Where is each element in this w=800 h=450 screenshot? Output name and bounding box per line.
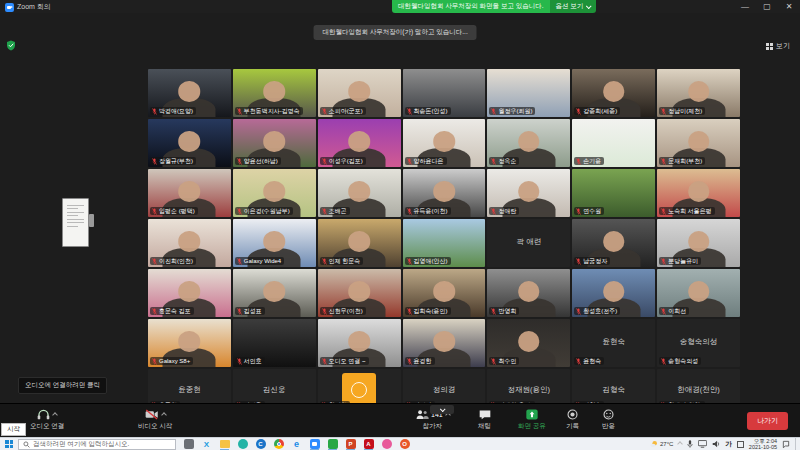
participant-tile[interactable]: 김영애(안산) (403, 219, 486, 267)
share-screen-button[interactable]: 화면 공유 (518, 409, 546, 431)
participant-name-centered: 김형숙 (572, 385, 655, 395)
reactions-button[interactable]: 반응 (602, 409, 615, 431)
participant-tile[interactable]: 반영희 (487, 269, 570, 317)
ime-options-icon[interactable] (737, 441, 744, 448)
participant-tile[interactable]: 김희숙(용인) (403, 269, 486, 317)
acrobat-icon[interactable]: A (362, 438, 375, 450)
window-title: Zoom 회의 (17, 2, 51, 12)
participant-name-centered: 김신웅 (233, 385, 316, 395)
participant-tile[interactable]: 남궁정자 (572, 219, 655, 267)
task-view-icon[interactable] (182, 438, 195, 450)
mic-muted-icon (576, 258, 581, 265)
participant-name-label: Galaxy Wide4 (235, 257, 284, 265)
green-app-icon[interactable] (326, 438, 339, 450)
participant-tile[interactable]: 조배곤 (318, 169, 401, 217)
kakao-icon[interactable] (236, 438, 249, 450)
participant-tile[interactable]: 소피아(군포) (318, 69, 401, 117)
view-button[interactable]: 보기 (766, 41, 790, 51)
participant-tile[interactable]: Galaxy S8+ (148, 319, 231, 367)
participant-name-label: 조배곤 (320, 207, 350, 215)
participant-tile[interactable]: 유득용(이천) (403, 169, 486, 217)
maximize-button[interactable]: ▢ (756, 0, 778, 13)
edge-icon[interactable]: C (254, 438, 267, 450)
participant-tile[interactable]: 임평순 (평택) (148, 169, 231, 217)
preview-drag-handle[interactable] (89, 214, 94, 227)
participant-tile[interactable]: 오디오 연결 ~ (318, 319, 401, 367)
tray-mic-icon[interactable] (687, 440, 693, 448)
zoom-icon[interactable] (308, 438, 321, 450)
participant-tile[interactable]: 곽 애련 (487, 219, 570, 267)
participant-face (348, 231, 370, 251)
participant-tile[interactable]: 장월규(부천) (148, 119, 231, 167)
participant-tile[interactable]: 분당늘유미 (657, 219, 740, 267)
participant-tile[interactable]: 윤경한 (403, 319, 486, 367)
participant-tile[interactable]: 김성표 (233, 269, 316, 317)
participant-tile[interactable]: 손기용 (572, 119, 655, 167)
participant-face (264, 231, 286, 251)
participant-tile[interactable]: 송형숙의성송형숙의성 (657, 319, 740, 367)
view-options-button[interactable]: 옵션 보기 (550, 0, 597, 13)
participant-tile[interactable]: 노숙희 서울은평 (657, 169, 740, 217)
chat-button[interactable]: 채팅 (478, 409, 491, 431)
participant-tile[interactable]: 윤현숙윤현숙 (572, 319, 655, 367)
participant-tile[interactable]: 박경애(요양) (148, 69, 231, 117)
participant-tile[interactable]: 이은경(수원남부) (233, 169, 316, 217)
taskbar-search-input[interactable]: 검색하려면 여기에 입력하십시오. (18, 439, 176, 450)
start-button[interactable] (0, 438, 18, 450)
participant-face (179, 281, 201, 301)
hidden-icons-chevron[interactable] (678, 441, 684, 447)
participant-tile[interactable]: 이희선 (657, 269, 740, 317)
participant-tile[interactable]: 정애란 (487, 169, 570, 217)
participant-tile[interactable]: 정남미(제천) (657, 69, 740, 117)
participant-tile[interactable]: 신현무(이천) (318, 269, 401, 317)
participant-tile[interactable]: 인제 한문숙 (318, 219, 401, 267)
participant-tile[interactable]: 양하윤다은 (403, 119, 486, 167)
weather-widget[interactable]: 27°C (650, 440, 673, 448)
participant-face (433, 281, 455, 301)
participant-tile[interactable]: 월정우(회원) (487, 69, 570, 117)
chrome-icon[interactable] (272, 438, 285, 450)
audio-options-caret[interactable] (52, 412, 58, 418)
grid-collapse-button[interactable] (430, 405, 454, 414)
participant-name-label: Galaxy S8+ (150, 357, 193, 365)
window-controls: — ▢ ✕ (734, 0, 800, 13)
tray-volume-icon[interactable] (712, 440, 720, 448)
participant-name-label: 김성표 (235, 307, 265, 315)
tray-display-icon[interactable] (698, 440, 707, 448)
leave-button[interactable]: 나가기 (747, 412, 788, 430)
powerpoint-icon[interactable]: P (344, 438, 357, 450)
participants-label: 참가자 (423, 422, 443, 431)
participant-tile[interactable]: 서인호 (233, 319, 316, 367)
video-options-caret[interactable] (161, 412, 167, 418)
record-button[interactable]: 기록 (566, 409, 579, 431)
opera-icon[interactable]: O (398, 438, 411, 450)
ie-icon[interactable]: e (290, 438, 303, 450)
participant-tile[interactable]: 정옥순 (487, 119, 570, 167)
participant-tile[interactable]: 부천동백지사-김명숙 (233, 69, 316, 117)
close-button[interactable]: ✕ (778, 0, 800, 13)
vscode-icon[interactable]: X (200, 438, 213, 450)
participant-tile[interactable]: 양윤선(하남) (233, 119, 316, 167)
start-video-button[interactable]: 비디오 시작 (138, 409, 172, 431)
floating-preview-window[interactable] (62, 198, 89, 247)
show-desktop-button[interactable] (795, 438, 798, 450)
participant-face (179, 181, 201, 201)
participant-tile[interactable]: 황성호(전주) (572, 269, 655, 317)
participant-tile[interactable]: 최수인 (487, 319, 570, 367)
participant-tile[interactable]: 홍문숙 김포 (148, 269, 231, 317)
security-shield-icon[interactable] (6, 40, 16, 51)
participant-tile[interactable]: 문재희(부천) (657, 119, 740, 167)
participant-tile[interactable]: Galaxy Wide4 (233, 219, 316, 267)
notification-center-icon[interactable] (782, 440, 790, 448)
participant-tile[interactable]: 이성우(김포) (318, 119, 401, 167)
file-explorer-icon[interactable] (218, 438, 231, 450)
ime-indicator[interactable]: 가 (725, 440, 732, 449)
participant-tile[interactable]: 연수원 (572, 169, 655, 217)
participant-tile[interactable]: 강종희(세종) (572, 69, 655, 117)
taskbar-clock[interactable]: 오후 2:04 2021-10-05 (749, 438, 777, 450)
participant-tile[interactable]: 최송돈(안성) (403, 69, 486, 117)
photos-icon[interactable] (380, 438, 393, 450)
join-audio-button[interactable]: 오디오 연결 (30, 409, 64, 431)
participant-tile[interactable]: 이진희(인천) (148, 219, 231, 267)
minimize-button[interactable]: — (734, 0, 756, 13)
